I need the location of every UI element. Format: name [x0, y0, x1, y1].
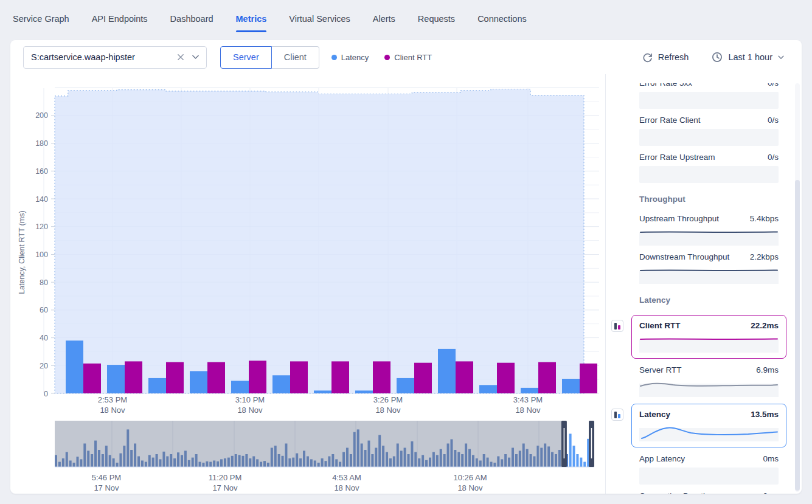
scrollbar[interactable] — [795, 83, 800, 492]
chevron-down-icon[interactable] — [192, 55, 199, 60]
metric-label: Latency — [639, 410, 670, 419]
latency-bar[interactable] — [107, 365, 125, 393]
metric-error-rate-client[interactable]: Error Rate Client0/s — [639, 116, 779, 146]
x-tick-date: 18 Nov — [237, 406, 263, 415]
client-rtt-bar[interactable] — [373, 361, 390, 393]
legend-client-rtt[interactable]: Client RTT — [384, 53, 432, 62]
client-rtt-bar[interactable] — [414, 363, 432, 393]
x-tick-date: 18 Nov — [100, 406, 125, 415]
client-rtt-bar[interactable] — [497, 363, 515, 393]
y-tick-label: 160 — [35, 167, 48, 176]
x-tick-time: 3:10 PM — [235, 395, 265, 404]
latency-bar[interactable] — [148, 378, 166, 393]
metric-client-rtt[interactable]: Client RTT22.2ms — [631, 315, 786, 359]
latency-client-rtt-chart[interactable]: 020406080100120140160180200Latency, Clie… — [10, 82, 605, 419]
refresh-label: Refresh — [658, 52, 689, 62]
tab-api-endpoints[interactable]: API Endpoints — [92, 12, 148, 26]
legend-latency[interactable]: Latency — [331, 53, 369, 62]
service-selector[interactable]: S:cartservice.waap-hipster — [23, 46, 207, 69]
toggle-client[interactable]: Client — [272, 46, 319, 69]
latency-bar[interactable] — [355, 390, 373, 393]
latency-bar[interactable] — [562, 379, 580, 393]
client-rtt-bar[interactable] — [207, 362, 225, 393]
clock-icon — [712, 52, 723, 63]
latency-bar[interactable] — [438, 349, 456, 393]
time-range-selector[interactable]: Last 1 hour — [712, 52, 784, 63]
latency-bar[interactable] — [521, 388, 538, 393]
y-tick-label: 80 — [40, 278, 48, 287]
client-rtt-bar[interactable] — [166, 362, 184, 393]
latency-bar[interactable] — [190, 371, 207, 393]
section-heading-throughput: Throughput — [639, 195, 779, 204]
metric-server-rtt[interactable]: Server RTT6.9ms — [639, 365, 779, 397]
tab-virtual-services[interactable]: Virtual Services — [289, 12, 350, 26]
x-tick-date: 18 Nov — [375, 406, 401, 415]
latency-bar[interactable] — [479, 385, 497, 393]
tab-alerts[interactable]: Alerts — [373, 12, 395, 26]
client-rtt-bar[interactable] — [331, 361, 349, 393]
sparkline — [639, 334, 779, 353]
sparkline — [639, 266, 779, 284]
chart-legend: LatencyClient RTT — [331, 53, 432, 62]
metric-downstream-throughput[interactable]: Downstream Throughput2.2kbps — [639, 252, 779, 284]
client-rtt-bar[interactable] — [456, 361, 473, 393]
minimap-tick-time: 4:53 AM — [332, 473, 361, 482]
metric-value: 0ms — [763, 454, 779, 463]
chart-pane: 020406080100120140160180200Latency, Clie… — [10, 74, 605, 494]
metric-label: Error Rate 5xx — [639, 83, 692, 88]
sparkline-empty — [639, 166, 779, 183]
bar-chart-icon — [611, 320, 623, 332]
y-tick-label: 40 — [40, 334, 48, 342]
latency-bar[interactable] — [66, 340, 83, 393]
metric-label: App Latency — [639, 454, 685, 463]
latency-bar[interactable] — [231, 381, 249, 393]
scrollbar-thumb[interactable] — [795, 180, 800, 491]
metric-label: Error Rate Upstream — [639, 153, 715, 162]
latency-bar[interactable] — [397, 378, 414, 393]
brush-selection-area[interactable] — [55, 89, 584, 394]
client-rtt-bar[interactable] — [290, 361, 308, 393]
metric-value: 6.9ms — [756, 365, 779, 375]
tab-dashboard[interactable]: Dashboard — [170, 12, 213, 26]
x-tick-time: 2:53 PM — [98, 395, 127, 404]
tab-service-graph[interactable]: Service Graph — [13, 12, 69, 26]
metric-error-rate-5xx[interactable]: Error Rate 5xx0/s — [639, 83, 779, 109]
client-rtt-bar[interactable] — [249, 361, 266, 393]
metric-label: Server RTT — [639, 365, 682, 375]
bar-chart-icon — [611, 409, 623, 421]
y-tick-label: 20 — [40, 362, 48, 370]
y-tick-label: 200 — [35, 111, 48, 120]
sparkline-empty — [639, 468, 779, 485]
brush-unselected-overlay[interactable] — [55, 421, 561, 467]
toggle-server[interactable]: Server — [220, 46, 272, 69]
y-tick-label: 100 — [35, 250, 48, 259]
latency-bar[interactable] — [314, 390, 331, 393]
client-rtt-bar[interactable] — [538, 362, 556, 393]
metrics-side-panel: Error Rate 5xx0/sError Rate Client0/sErr… — [605, 74, 802, 494]
toolbar: S:cartservice.waap-hipster ServerClient … — [10, 40, 802, 74]
y-tick-label: 0 — [44, 390, 48, 398]
minimap-tick-date: 18 Nov — [457, 483, 483, 492]
time-range-label: Last 1 hour — [728, 52, 772, 62]
metric-error-rate-upstream[interactable]: Error Rate Upstream0/s — [639, 153, 779, 183]
client-rtt-bar[interactable] — [83, 364, 101, 393]
metric-app-latency[interactable]: App Latency0ms — [639, 454, 779, 485]
tab-requests[interactable]: Requests — [418, 12, 455, 26]
time-brush-minimap[interactable]: 5:46 PM17 Nov11:20 PM17 Nov4:53 AM18 Nov… — [10, 419, 605, 494]
refresh-button[interactable]: Refresh — [642, 52, 689, 63]
minimap-tick-time: 5:46 PM — [92, 473, 121, 482]
y-tick-label: 120 — [35, 223, 48, 231]
metric-upstream-throughput[interactable]: Upstream Throughput5.4kbps — [639, 214, 779, 246]
metric-value: 0/s — [768, 116, 779, 125]
tab-connections[interactable]: Connections — [477, 12, 527, 26]
client-rtt-bar[interactable] — [125, 361, 142, 393]
metric-value: 2.2kbps — [750, 252, 779, 261]
minimap-tick-date: 18 Nov — [334, 483, 359, 492]
client-rtt-bar[interactable] — [580, 364, 597, 393]
tab-metrics[interactable]: Metrics — [236, 12, 267, 26]
clear-icon[interactable] — [177, 54, 184, 61]
metric-connection-duration[interactable]: Connection Duration0ms — [639, 491, 779, 494]
metric-value: 0/s — [768, 153, 779, 162]
latency-bar[interactable] — [272, 375, 290, 393]
metric-latency[interactable]: Latency13.5ms — [631, 404, 786, 447]
